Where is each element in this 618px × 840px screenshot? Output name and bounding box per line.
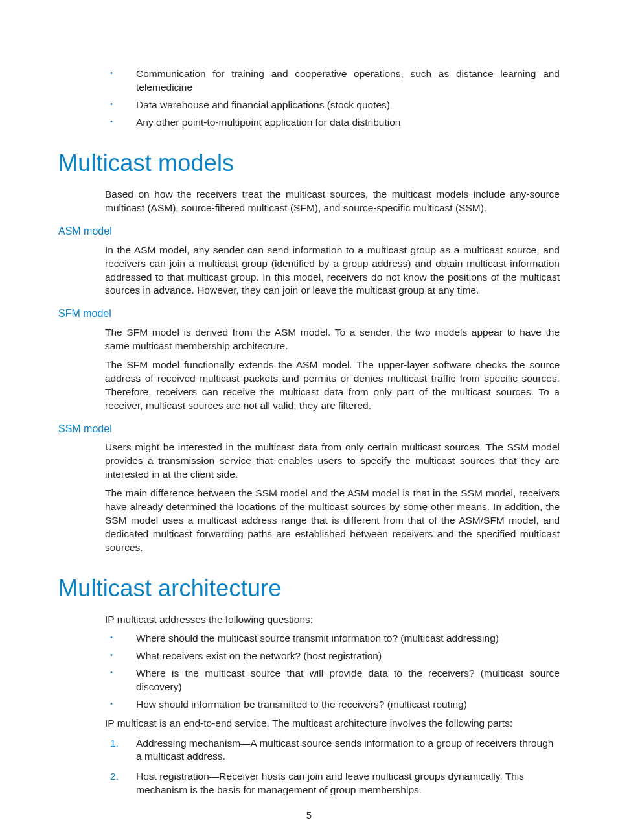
list-item: Communication for training and cooperati… (58, 67, 560, 95)
page-number: 5 (58, 809, 560, 822)
arch-intro: IP multicast addresses the following que… (105, 613, 560, 627)
list-text: Addressing mechanism—A multicast source … (136, 738, 553, 762)
list-item: How should information be transmitted to… (58, 698, 560, 712)
heading-sfm-model: SFM model (58, 307, 560, 321)
parts-list: 1. Addressing mechanism—A multicast sour… (58, 737, 560, 798)
body-text: The SFM model is derived from the ASM mo… (105, 326, 560, 353)
list-item: Data warehouse and financial application… (58, 99, 560, 112)
heading-asm-model: ASM model (58, 224, 560, 239)
intro-bullets: Communication for training and cooperati… (58, 67, 560, 130)
heading-multicast-architecture: Multicast architecture (58, 573, 560, 605)
list-item: Where is the multicast source that will … (58, 667, 560, 694)
list-item: What receivers exist on the network? (ho… (58, 649, 560, 663)
models-intro: Based on how the receivers treat the mul… (105, 188, 560, 215)
list-item: 2. Host registration—Receiver hosts can … (58, 770, 560, 797)
body-text: The main difference between the SSM mode… (105, 487, 560, 555)
heading-ssm-model: SSM model (58, 422, 560, 436)
list-text: Host registration—Receiver hosts can joi… (136, 771, 524, 795)
questions-list: Where should the multicast source transm… (58, 632, 560, 712)
body-text: The SFM model functionally extends the A… (105, 358, 560, 413)
heading-multicast-models: Multicast models (58, 148, 560, 180)
list-item: 1. Addressing mechanism—A multicast sour… (58, 737, 560, 764)
parts-intro: IP multicast is an end-to-end service. T… (105, 717, 560, 730)
list-number: 2. (110, 770, 119, 784)
body-text: Users might be interested in the multica… (105, 441, 560, 482)
list-item: Where should the multicast source transm… (58, 632, 560, 646)
list-item: Any other point-to-multipoint applicatio… (58, 116, 560, 130)
list-number: 1. (110, 737, 119, 751)
body-text: In the ASM model, any sender can send in… (105, 244, 560, 298)
